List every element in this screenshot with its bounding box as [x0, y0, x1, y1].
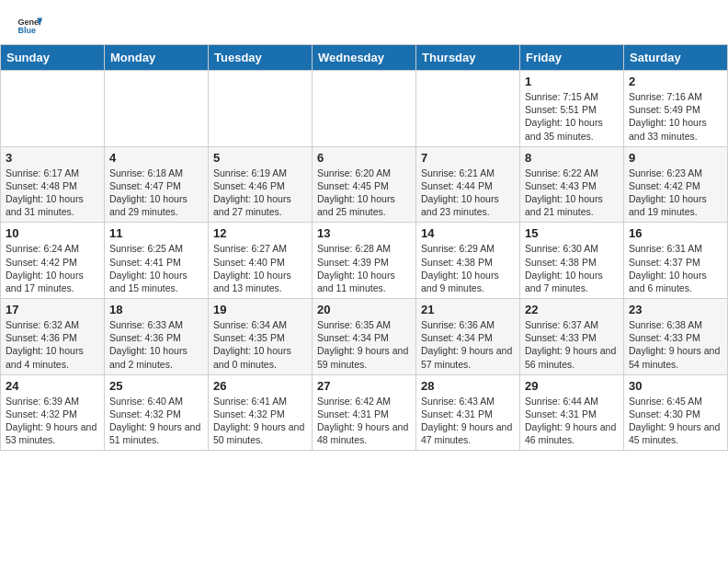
calendar-cell: 5Sunrise: 6:19 AM Sunset: 4:46 PM Daylig… — [209, 146, 313, 223]
calendar-cell: 20Sunrise: 6:35 AM Sunset: 4:34 PM Dayli… — [313, 299, 416, 375]
calendar-cell: 2Sunrise: 7:16 AM Sunset: 5:49 PM Daylig… — [624, 71, 728, 147]
calendar-cell: 14Sunrise: 6:29 AM Sunset: 4:38 PM Dayli… — [416, 223, 520, 299]
day-number: 22 — [525, 303, 619, 316]
logo: General Blue — [17, 13, 46, 39]
day-number: 14 — [421, 226, 515, 240]
cell-info: Sunrise: 6:31 AM Sunset: 4:37 PM Dayligh… — [629, 242, 722, 294]
calendar-cell: 13Sunrise: 6:28 AM Sunset: 4:39 PM Dayli… — [313, 223, 416, 299]
calendar-cell — [313, 71, 416, 147]
calendar-week-row: 17Sunrise: 6:32 AM Sunset: 4:36 PM Dayli… — [1, 299, 728, 375]
cell-info: Sunrise: 6:42 AM Sunset: 4:31 PM Dayligh… — [317, 395, 411, 447]
day-number: 30 — [629, 379, 722, 393]
calendar-cell: 25Sunrise: 6:40 AM Sunset: 4:32 PM Dayli… — [105, 374, 209, 451]
calendar-cell: 15Sunrise: 6:30 AM Sunset: 4:38 PM Dayli… — [520, 223, 624, 299]
cell-info: Sunrise: 6:29 AM Sunset: 4:38 PM Dayligh… — [421, 242, 515, 294]
day-number: 4 — [109, 151, 203, 165]
calendar-cell: 26Sunrise: 6:41 AM Sunset: 4:32 PM Dayli… — [209, 374, 313, 451]
cell-info: Sunrise: 6:39 AM Sunset: 4:32 PM Dayligh… — [6, 395, 99, 447]
calendar-cell: 4Sunrise: 6:18 AM Sunset: 4:47 PM Daylig… — [105, 146, 209, 223]
day-number: 3 — [6, 151, 99, 165]
day-number: 29 — [525, 379, 619, 393]
calendar-cell: 21Sunrise: 6:36 AM Sunset: 4:34 PM Dayli… — [416, 299, 520, 375]
day-number: 15 — [525, 226, 619, 240]
day-number: 11 — [109, 226, 203, 240]
day-number: 24 — [6, 379, 99, 393]
calendar-table: SundayMondayTuesdayWednesdayThursdayFrid… — [0, 44, 728, 451]
cell-info: Sunrise: 6:17 AM Sunset: 4:48 PM Dayligh… — [6, 167, 99, 219]
day-number: 8 — [525, 151, 619, 165]
cell-info: Sunrise: 6:36 AM Sunset: 4:34 PM Dayligh… — [421, 318, 515, 371]
day-number: 16 — [629, 226, 722, 240]
day-number: 28 — [421, 379, 515, 393]
cell-info: Sunrise: 6:32 AM Sunset: 4:36 PM Dayligh… — [6, 318, 99, 371]
calendar-cell: 19Sunrise: 6:34 AM Sunset: 4:35 PM Dayli… — [209, 299, 313, 375]
cell-info: Sunrise: 6:34 AM Sunset: 4:35 PM Dayligh… — [213, 318, 307, 371]
calendar-header-wednesday: Wednesday — [313, 45, 416, 71]
cell-info: Sunrise: 6:27 AM Sunset: 4:40 PM Dayligh… — [213, 242, 307, 294]
cell-info: Sunrise: 6:37 AM Sunset: 4:33 PM Dayligh… — [525, 318, 619, 371]
cell-info: Sunrise: 6:24 AM Sunset: 4:42 PM Dayligh… — [6, 242, 99, 294]
calendar-cell: 22Sunrise: 6:37 AM Sunset: 4:33 PM Dayli… — [520, 299, 624, 375]
day-number: 12 — [213, 226, 307, 240]
calendar-week-row: 3Sunrise: 6:17 AM Sunset: 4:48 PM Daylig… — [1, 146, 728, 223]
cell-info: Sunrise: 6:21 AM Sunset: 4:44 PM Dayligh… — [421, 167, 515, 219]
cell-info: Sunrise: 6:41 AM Sunset: 4:32 PM Dayligh… — [213, 395, 307, 447]
page-header: General Blue — [0, 0, 728, 44]
cell-info: Sunrise: 6:45 AM Sunset: 4:30 PM Dayligh… — [629, 395, 722, 447]
cell-info: Sunrise: 6:23 AM Sunset: 4:42 PM Dayligh… — [629, 167, 722, 219]
svg-text:Blue: Blue — [17, 26, 36, 35]
day-number: 10 — [6, 226, 99, 240]
calendar-cell: 1Sunrise: 7:15 AM Sunset: 5:51 PM Daylig… — [520, 71, 624, 147]
cell-info: Sunrise: 6:38 AM Sunset: 4:33 PM Dayligh… — [629, 318, 722, 371]
calendar-header-tuesday: Tuesday — [209, 45, 313, 71]
calendar-week-row: 10Sunrise: 6:24 AM Sunset: 4:42 PM Dayli… — [1, 223, 728, 299]
day-number: 2 — [629, 75, 722, 88]
calendar-week-row: 24Sunrise: 6:39 AM Sunset: 4:32 PM Dayli… — [1, 374, 728, 451]
calendar-header-saturday: Saturday — [624, 45, 728, 71]
calendar-cell: 23Sunrise: 6:38 AM Sunset: 4:33 PM Dayli… — [624, 299, 728, 375]
calendar-header-sunday: Sunday — [1, 45, 105, 71]
cell-info: Sunrise: 7:15 AM Sunset: 5:51 PM Dayligh… — [525, 90, 619, 143]
logo-icon: General Blue — [17, 13, 42, 39]
calendar-header-monday: Monday — [105, 45, 209, 71]
cell-info: Sunrise: 6:20 AM Sunset: 4:45 PM Dayligh… — [317, 167, 411, 219]
calendar-header-friday: Friday — [520, 45, 624, 71]
cell-info: Sunrise: 6:19 AM Sunset: 4:46 PM Dayligh… — [213, 167, 307, 219]
calendar-cell: 10Sunrise: 6:24 AM Sunset: 4:42 PM Dayli… — [1, 223, 105, 299]
calendar-cell — [416, 71, 520, 147]
cell-info: Sunrise: 6:18 AM Sunset: 4:47 PM Dayligh… — [109, 167, 203, 219]
day-number: 9 — [629, 151, 722, 165]
day-number: 19 — [213, 303, 307, 316]
day-number: 18 — [109, 303, 203, 316]
calendar-cell: 16Sunrise: 6:31 AM Sunset: 4:37 PM Dayli… — [624, 223, 728, 299]
cell-info: Sunrise: 6:30 AM Sunset: 4:38 PM Dayligh… — [525, 242, 619, 294]
calendar-week-row: 1Sunrise: 7:15 AM Sunset: 5:51 PM Daylig… — [1, 71, 728, 147]
cell-info: Sunrise: 6:35 AM Sunset: 4:34 PM Dayligh… — [317, 318, 411, 371]
day-number: 25 — [109, 379, 203, 393]
day-number: 27 — [317, 379, 411, 393]
calendar-cell: 12Sunrise: 6:27 AM Sunset: 4:40 PM Dayli… — [209, 223, 313, 299]
calendar-cell: 28Sunrise: 6:43 AM Sunset: 4:31 PM Dayli… — [416, 374, 520, 451]
cell-info: Sunrise: 6:28 AM Sunset: 4:39 PM Dayligh… — [317, 242, 411, 294]
calendar-cell: 8Sunrise: 6:22 AM Sunset: 4:43 PM Daylig… — [520, 146, 624, 223]
calendar-cell: 30Sunrise: 6:45 AM Sunset: 4:30 PM Dayli… — [624, 374, 728, 451]
calendar-cell: 17Sunrise: 6:32 AM Sunset: 4:36 PM Dayli… — [1, 299, 105, 375]
calendar-cell: 18Sunrise: 6:33 AM Sunset: 4:36 PM Dayli… — [105, 299, 209, 375]
calendar-cell: 9Sunrise: 6:23 AM Sunset: 4:42 PM Daylig… — [624, 146, 728, 223]
calendar-cell: 7Sunrise: 6:21 AM Sunset: 4:44 PM Daylig… — [416, 146, 520, 223]
cell-info: Sunrise: 6:44 AM Sunset: 4:31 PM Dayligh… — [525, 395, 619, 447]
calendar-cell: 3Sunrise: 6:17 AM Sunset: 4:48 PM Daylig… — [1, 146, 105, 223]
day-number: 17 — [6, 303, 99, 316]
day-number: 21 — [421, 303, 515, 316]
cell-info: Sunrise: 6:25 AM Sunset: 4:41 PM Dayligh… — [109, 242, 203, 294]
day-number: 13 — [317, 226, 411, 240]
calendar-header-thursday: Thursday — [416, 45, 520, 71]
cell-info: Sunrise: 6:33 AM Sunset: 4:36 PM Dayligh… — [109, 318, 203, 371]
calendar-cell: 6Sunrise: 6:20 AM Sunset: 4:45 PM Daylig… — [313, 146, 416, 223]
cell-info: Sunrise: 6:40 AM Sunset: 4:32 PM Dayligh… — [109, 395, 203, 447]
calendar-cell: 29Sunrise: 6:44 AM Sunset: 4:31 PM Dayli… — [520, 374, 624, 451]
calendar-cell: 24Sunrise: 6:39 AM Sunset: 4:32 PM Dayli… — [1, 374, 105, 451]
day-number: 1 — [525, 75, 619, 88]
cell-info: Sunrise: 7:16 AM Sunset: 5:49 PM Dayligh… — [629, 90, 722, 143]
day-number: 20 — [317, 303, 411, 316]
